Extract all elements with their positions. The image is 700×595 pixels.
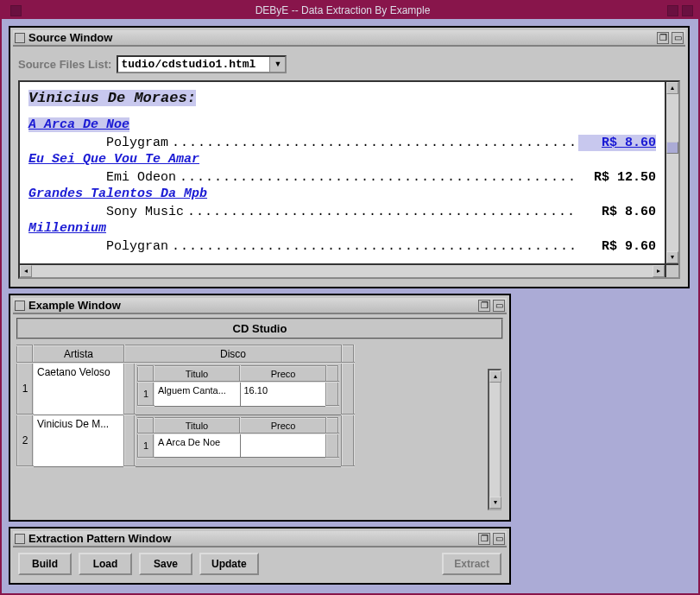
- scroll-up-icon[interactable]: ▴: [666, 82, 678, 94]
- example-window: Example Window ❐ ▭ CD Studio ArtistaDisc…: [9, 294, 511, 522]
- system-menu-icon[interactable]: [15, 301, 25, 311]
- inner-row-number: 1: [138, 434, 154, 458]
- extraction-window: Extraction Pattern Window ❐ ▭ Build Load…: [9, 527, 511, 585]
- maximize-icon[interactable]: [682, 5, 693, 16]
- disco-table: TituloPreco1Alguem Canta...16.10: [137, 365, 339, 407]
- artista-cell[interactable]: Vinicius De M...: [33, 415, 124, 466]
- scroll-up-icon[interactable]: ▴: [489, 370, 501, 383]
- system-menu-icon[interactable]: [15, 33, 25, 43]
- source-window-header: Source Window ❐ ▭: [13, 30, 685, 47]
- example-window-header: Example Window ❐ ▭: [13, 298, 507, 314]
- source-window: Source Window ❐ ▭ Source Files List: ▼ V…: [9, 26, 690, 288]
- window-menu-icon[interactable]: [10, 5, 22, 16]
- album-link[interactable]: A Arca De Noe: [28, 117, 129, 132]
- source-file-input[interactable]: [118, 57, 269, 72]
- price: R$ 9.60: [578, 238, 656, 256]
- source-window-title: Source Window: [28, 31, 654, 44]
- source-view: Vinicius De Moraes:A Arca De NoePolygram…: [18, 80, 680, 279]
- record-label: Emi Odeon: [106, 169, 176, 187]
- inner-row-number: 1: [138, 382, 154, 406]
- scroll-down-icon[interactable]: ▾: [489, 497, 501, 509]
- record-label: Sony Music: [106, 204, 184, 221]
- table-row: 1Caetano VelosoTituloPreco1Alguem Canta.…: [17, 363, 354, 415]
- app-window: DEByE -- Data Extraction By Example Sour…: [0, 0, 700, 595]
- example-table: ArtistaDisco1Caetano VelosoTituloPreco1A…: [16, 345, 355, 467]
- col-preco[interactable]: Preco: [240, 418, 326, 434]
- preco-cell[interactable]: 16.10: [240, 382, 326, 406]
- update-button[interactable]: Update: [199, 553, 259, 575]
- example-window-title: Example Window: [28, 299, 476, 312]
- album-link[interactable]: Eu Sei Que Vou Te Amar: [28, 152, 199, 167]
- titulo-cell[interactable]: Alguem Canta...: [154, 382, 240, 406]
- app-title: DEByE -- Data Extraction By Example: [22, 4, 664, 16]
- horizontal-scrollbar[interactable]: ◂ ▸: [20, 263, 665, 277]
- artista-cell[interactable]: Caetano Veloso: [33, 363, 124, 415]
- col-disco[interactable]: Disco: [124, 345, 342, 363]
- scroll-down-icon[interactable]: ▾: [666, 251, 678, 263]
- record-label: Polygran: [106, 238, 168, 256]
- vertical-scrollbar[interactable]: ▴ ▾: [665, 82, 678, 263]
- col-titulo[interactable]: Titulo: [154, 418, 240, 434]
- preco-cell[interactable]: [240, 434, 326, 458]
- col-titulo[interactable]: Titulo: [154, 366, 240, 382]
- price: R$ 12.50: [578, 169, 656, 187]
- example-subtitle: CD Studio: [16, 318, 503, 339]
- disco-table: TituloPreco1A Arca De Noe: [137, 417, 339, 459]
- extraction-window-title: Extraction Pattern Window: [28, 532, 476, 545]
- extract-button[interactable]: Extract: [442, 553, 501, 575]
- restore-icon[interactable]: ❐: [478, 300, 490, 312]
- example-vertical-scrollbar[interactable]: ▴ ▾: [488, 369, 501, 510]
- titulo-cell[interactable]: A Arca De Noe: [154, 434, 240, 458]
- row-number: 2: [17, 415, 33, 466]
- scroll-thumb[interactable]: [666, 142, 678, 154]
- col-preco[interactable]: Preco: [240, 366, 326, 382]
- record-label: Polygram: [106, 135, 168, 152]
- source-file-select[interactable]: ▼: [117, 55, 287, 73]
- price[interactable]: R$ 8.60: [578, 135, 656, 152]
- maximize-pane-icon[interactable]: ▭: [493, 300, 505, 312]
- price: R$ 8.60: [578, 204, 656, 221]
- build-button[interactable]: Build: [18, 553, 72, 575]
- system-menu-icon[interactable]: [15, 534, 25, 544]
- artist-heading: Vinicius De Moraes:: [28, 90, 196, 106]
- restore-icon[interactable]: ❐: [657, 32, 669, 44]
- source-files-label: Source Files List:: [18, 58, 111, 71]
- maximize-pane-icon[interactable]: ▭: [493, 533, 505, 545]
- col-artista[interactable]: Artista: [33, 345, 124, 363]
- extraction-window-header: Extraction Pattern Window ❐ ▭: [13, 531, 507, 548]
- table-row: 2Vinicius De M...TituloPreco1A Arca De N…: [17, 415, 354, 466]
- maximize-pane-icon[interactable]: ▭: [672, 32, 684, 44]
- chevron-down-icon[interactable]: ▼: [269, 57, 285, 72]
- app-titlebar[interactable]: DEByE -- Data Extraction By Example: [2, 2, 698, 19]
- album-link[interactable]: Millennium: [28, 221, 106, 236]
- scroll-right-icon[interactable]: ▸: [653, 265, 665, 277]
- album-link[interactable]: Grandes Talentos Da Mpb: [28, 187, 207, 201]
- scroll-left-icon[interactable]: ◂: [20, 265, 32, 277]
- save-button[interactable]: Save: [139, 553, 192, 575]
- load-button[interactable]: Load: [79, 553, 132, 575]
- minimize-icon[interactable]: [667, 5, 678, 16]
- restore-icon[interactable]: ❐: [478, 533, 490, 545]
- row-number: 1: [17, 363, 33, 415]
